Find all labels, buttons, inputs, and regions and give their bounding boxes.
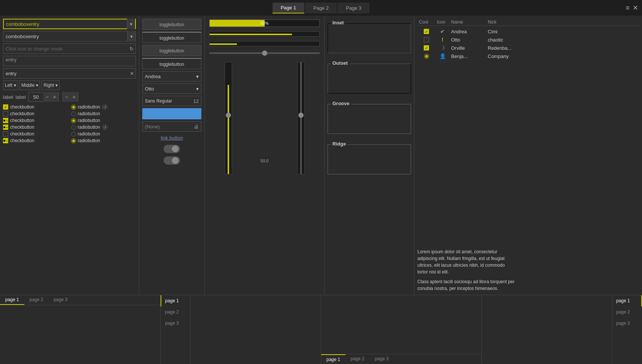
radio-item-2[interactable]: radiobutton bbox=[71, 111, 136, 116]
titlebar-tab-2[interactable]: Page 2 bbox=[305, 3, 337, 13]
radio-label-1: radiobutton bbox=[78, 104, 100, 110]
tree-row-1-nick: Cimi bbox=[488, 29, 638, 34]
spin2-increment[interactable]: + bbox=[70, 92, 78, 102]
tree-row-3-cool[interactable] bbox=[419, 45, 434, 51]
radio-1[interactable] bbox=[71, 105, 76, 110]
check-item-6[interactable]: ■ checkbutton bbox=[3, 138, 68, 143]
nb-bottom-tab-2[interactable]: page 2 bbox=[346, 354, 370, 364]
radio-3[interactable] bbox=[71, 118, 76, 123]
dropdown-andrea[interactable]: Andrea ▾ bbox=[142, 71, 201, 82]
nb-left-tab-3[interactable]: page 3 bbox=[161, 318, 190, 329]
spin-increment[interactable]: + bbox=[51, 92, 58, 102]
toggle-switch-1[interactable] bbox=[164, 145, 180, 153]
combo-arrow-2[interactable]: ▾ bbox=[127, 31, 136, 42]
vscale-1[interactable] bbox=[225, 62, 232, 174]
exclaim-icon: ! bbox=[442, 37, 444, 43]
checkbox-1[interactable] bbox=[3, 104, 8, 110]
tree-radio-4[interactable] bbox=[424, 54, 429, 59]
refresh-icon[interactable]: ↻ bbox=[127, 46, 136, 52]
toggle-switch-2[interactable] bbox=[164, 156, 180, 165]
tree-check-1[interactable] bbox=[424, 29, 429, 34]
nb-right-tab-2[interactable]: page 2 bbox=[612, 306, 642, 318]
vscale-2[interactable] bbox=[297, 62, 305, 174]
entry-with-clear[interactable]: entry ✕ bbox=[3, 68, 136, 79]
check-item-4[interactable]: ■ checkbutton bbox=[3, 125, 68, 130]
notebook-left-tabs: page 1 page 2 page 3 bbox=[161, 295, 321, 364]
tree-row-3[interactable]: ☽ Orville Redenba... bbox=[417, 44, 639, 52]
tree-check-3[interactable] bbox=[424, 45, 429, 51]
dropdown-otto[interactable]: Otto ▾ bbox=[142, 83, 201, 94]
entry-placeholder: entry bbox=[6, 57, 16, 62]
tree-row-1-icon: ✔ bbox=[437, 28, 448, 34]
radio-item-4[interactable]: radiobutton ↺ bbox=[71, 125, 136, 130]
search-entry[interactable]: Click icon to change mode ↻ bbox=[3, 43, 136, 54]
search-placeholder: Click icon to change mode bbox=[3, 45, 127, 52]
combo-entry-1[interactable]: ▾ bbox=[3, 19, 136, 29]
check-item-3[interactable]: ■ checkbutton bbox=[3, 118, 68, 123]
tree-row-2[interactable]: ! Otto chaotic bbox=[417, 36, 639, 44]
align-right-dropdown[interactable]: Right ▾ bbox=[42, 80, 60, 90]
radio-item-6[interactable]: radiobutton bbox=[71, 138, 136, 143]
nb-right-tab-1[interactable]: page 1 bbox=[612, 295, 642, 306]
align-left-dropdown[interactable]: Left ▾ bbox=[3, 80, 18, 90]
hscale-1[interactable] bbox=[209, 31, 320, 37]
clear-icon[interactable]: ✕ bbox=[128, 71, 136, 76]
tree-row-2-cool[interactable] bbox=[419, 37, 434, 42]
frame-inset: Inset bbox=[328, 23, 411, 53]
link-button[interactable]: link button bbox=[142, 134, 201, 142]
radio-item-5[interactable]: radiobutton bbox=[71, 131, 136, 137]
hscale-2[interactable] bbox=[209, 41, 320, 46]
combo-entry-2[interactable]: comboboxentry ▾ bbox=[3, 31, 136, 42]
radio-4[interactable] bbox=[71, 125, 76, 130]
toggle-btn-4[interactable]: togglebutton bbox=[142, 58, 201, 69]
tree-row-4-cool[interactable] bbox=[419, 54, 434, 59]
hslider[interactable] bbox=[209, 52, 320, 54]
radio-item-1[interactable]: radiobutton ↺ bbox=[71, 104, 136, 110]
check-item-2[interactable]: checkbutton bbox=[3, 111, 68, 116]
tree-row-1[interactable]: ✔ Andrea Cimi bbox=[417, 27, 639, 36]
close-button[interactable]: ✕ bbox=[633, 4, 638, 12]
check-item-5[interactable]: checkbutton bbox=[3, 131, 68, 137]
tree-row-1-cool[interactable] bbox=[419, 29, 434, 34]
nb-left-tab-1[interactable]: page 1 bbox=[161, 295, 190, 306]
nb-top-tab-2[interactable]: page 2 bbox=[24, 295, 49, 305]
radio-2[interactable] bbox=[71, 111, 76, 116]
checkbox-5[interactable] bbox=[3, 131, 8, 137]
radio-5[interactable] bbox=[71, 132, 76, 137]
titlebar: Page 1 Page 2 Page 3 ≡ ✕ bbox=[0, 0, 642, 16]
check-item-1[interactable]: checkbutton bbox=[3, 104, 68, 110]
radio-item-3[interactable]: radiobutton bbox=[71, 118, 136, 123]
checkbox-3[interactable]: ■ bbox=[3, 118, 8, 123]
text-area-panel: Lorem ipsum dolor sit amet, consectetur … bbox=[414, 245, 519, 295]
titlebar-tab-1[interactable]: Page 1 bbox=[273, 3, 304, 13]
nb-left-tab-2[interactable]: page 2 bbox=[161, 306, 190, 318]
titlebar-tab-3[interactable]: Page 3 bbox=[338, 3, 369, 13]
checkbox-4[interactable]: ■ bbox=[3, 125, 8, 130]
toggle-btn-2[interactable]: togglebutton bbox=[142, 32, 201, 43]
color-button[interactable] bbox=[142, 108, 201, 119]
none-text: (None) bbox=[145, 124, 192, 129]
combo-arrow-1[interactable]: ▾ bbox=[127, 19, 135, 29]
spin-decrement[interactable]: − bbox=[43, 92, 51, 102]
toggle-btn-1[interactable]: togglebutton bbox=[142, 19, 201, 30]
checkbox-2[interactable] bbox=[3, 111, 8, 116]
spin2-decrement[interactable]: − bbox=[63, 92, 70, 102]
nb-bottom-tab-3[interactable]: page 3 bbox=[369, 354, 394, 364]
tree-check-2[interactable] bbox=[424, 37, 429, 42]
menu-button[interactable]: ≡ bbox=[626, 4, 630, 12]
nb-bottom-tab-1[interactable]: page 1 bbox=[321, 354, 346, 364]
tree-row-2-name: Otto bbox=[451, 37, 485, 43]
align-middle-dropdown[interactable]: Middle ▾ bbox=[19, 80, 40, 90]
nb-right-tab-3[interactable]: page 3 bbox=[612, 318, 642, 329]
label-1: label bbox=[3, 94, 13, 100]
font-selector[interactable]: Sans Regular 12 bbox=[142, 96, 201, 106]
nb-top-tab-3[interactable]: page 3 bbox=[48, 295, 73, 305]
nb-top-tab-1[interactable]: page 1 bbox=[0, 295, 24, 305]
radio-6[interactable] bbox=[71, 138, 76, 143]
checkbox-6[interactable]: ■ bbox=[3, 138, 8, 143]
toggle-btn-3[interactable]: togglebutton bbox=[142, 45, 201, 56]
combo-entry-1-input[interactable] bbox=[4, 21, 127, 28]
tree-row-4[interactable]: 👤 Benja... Company bbox=[417, 52, 639, 60]
person-icon: 👤 bbox=[439, 53, 446, 59]
printer-icon[interactable]: 🖨 bbox=[194, 124, 199, 129]
